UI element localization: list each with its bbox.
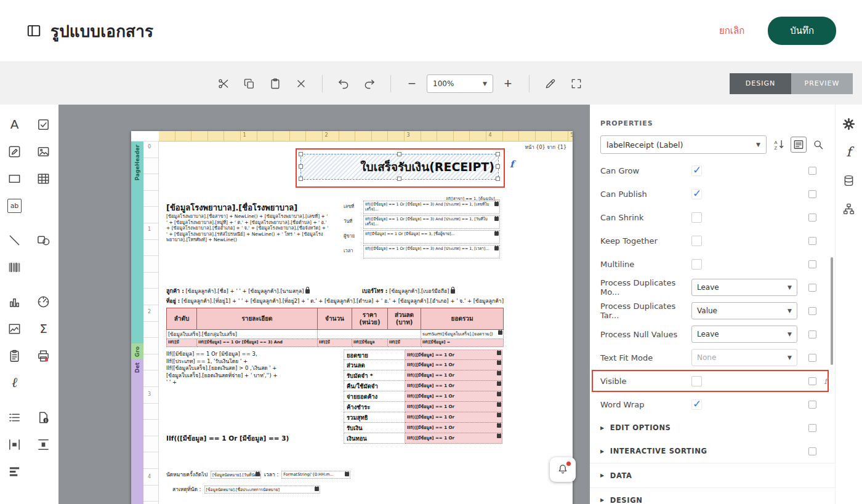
design-canvas[interactable]: 12345 PageHeaderGroDet 01234 หน้า {0} จา… <box>58 105 590 504</box>
notifications-button[interactable] <box>550 457 576 482</box>
annotate-button[interactable] <box>539 73 562 95</box>
undo-button[interactable] <box>332 73 355 95</box>
visible-flag-checkbox[interactable] <box>808 377 816 385</box>
detail-cell-field[interactable]: IIf([มีข้อมูล] == 1 Or [มีข้อมูล] == 3) … <box>197 339 318 347</box>
can-shrink-checkbox[interactable] <box>691 212 702 223</box>
summary-label-cell[interactable]: ส่วนลด <box>344 360 405 370</box>
reason-field[interactable]: [ข้อมูลนัดหมาย].[ชื่อประเภทการนัดหมาย] <box>204 486 320 494</box>
fullscreen-button[interactable] <box>565 73 587 95</box>
summary-value-field[interactable]: IIf(([มีข้อมูล] == 1 Or <box>405 360 502 370</box>
items-table[interactable]: ลำดับรายละเอียดจำนวนราคา (หน่วย)ส่วนลด (… <box>166 308 504 347</box>
group-name-field[interactable]: [ข้อมูลใบเสร็จ].[ชื่อกลุ่มใบเสร็จ] <box>166 330 318 339</box>
cut-button[interactable] <box>212 73 235 95</box>
process-duplicates-mo-select[interactable]: Leave▼ <box>691 279 797 296</box>
redo-button[interactable] <box>358 73 381 95</box>
v-distribute-tool[interactable] <box>29 431 58 458</box>
page-info-tool[interactable] <box>29 404 58 431</box>
table-header-cell[interactable]: ส่วนลด (บาท) <box>388 308 421 330</box>
area-chart-tool[interactable] <box>0 315 29 342</box>
list-tool[interactable] <box>0 404 29 431</box>
report-page[interactable]: 12345 PageHeaderGroDet 01234 หน้า {0} จา… <box>131 131 573 504</box>
barcode-tool[interactable] <box>0 254 29 281</box>
hospital-details-field[interactable]: [ข้อมูลโรงพยาบาล].[ชื่อสาขา] + NewLine()… <box>166 214 330 243</box>
reason-row[interactable]: สาเหตุที่นัด : [ข้อมูลนัดหมาย].[ชื่อประเ… <box>172 485 320 494</box>
interactive-sorting-flag-checkbox[interactable] <box>808 447 816 455</box>
gauge-tool[interactable] <box>29 288 58 315</box>
summary-value-field[interactable]: IIf(([มีข้อมูล] == 1 Or <box>405 381 502 391</box>
summary-label-cell[interactable]: รับเงิน <box>344 423 405 433</box>
summary-value-field[interactable]: IIf(([มีข้อมูล] == 1 Or <box>405 350 502 360</box>
summary-value-field[interactable]: IIf(([มีข้อมูล] == 1 Or <box>405 412 502 423</box>
table-header-cell[interactable]: ลำดับ <box>166 308 197 330</box>
design-tab[interactable]: DESIGN <box>730 73 791 94</box>
visible-checkbox[interactable] <box>691 376 702 386</box>
receipt-title-field[interactable]: ใบเสร็จรับเงิน(RECEIPT) <box>300 154 499 180</box>
meta-value-field[interactable]: IIf(([มีข้อมูล] == 1 Or [มีข้อมูล] == 3)… <box>363 215 500 229</box>
selection-handle[interactable] <box>496 152 500 156</box>
sum-tool[interactable]: Σ <box>29 315 58 342</box>
property-group-design[interactable]: ▶DESIGN <box>590 487 835 504</box>
pdf-print-tool[interactable] <box>29 342 58 369</box>
can-publish-flag-checkbox[interactable] <box>808 190 816 198</box>
label-tool[interactable]: ab <box>0 192 29 219</box>
band-det[interactable]: Det <box>131 359 143 504</box>
detail-cell-field[interactable]: IIf([มี <box>166 339 197 347</box>
grid-align-tool[interactable] <box>0 458 29 485</box>
zoom-select[interactable]: 100%▼ <box>427 74 493 93</box>
can-grow-flag-checkbox[interactable] <box>808 167 816 175</box>
table-header-cell[interactable]: ราคา (หน่วย) <box>352 308 388 330</box>
payment-expression-block[interactable]: IIf([มีข้อมูล] == 1 Or [มีข้อมูล] == 3,I… <box>166 351 345 386</box>
signature-tool[interactable]: ℓ <box>0 369 29 396</box>
property-group-interactive-sorting[interactable]: ▶INTERACTIVE SORTING <box>590 439 835 463</box>
process-duplicates-mo-flag-checkbox[interactable] <box>808 284 816 292</box>
summary-label-cell[interactable]: จ่ายยอดค้าง <box>344 391 405 402</box>
meta-value-field[interactable]: IIf([มีข้อมูล] == 1 Or [มีข้อมูล] == 3, … <box>363 230 500 244</box>
zoom-out-button[interactable]: − <box>401 73 423 95</box>
word-wrap-checkbox[interactable] <box>691 399 702 410</box>
h-distribute-tool[interactable] <box>0 431 29 458</box>
zoom-in-button[interactable]: + <box>497 73 519 95</box>
table-header-cell[interactable]: ยอดรวม <box>421 308 504 330</box>
detail-cell-field[interactable]: IIf([มีข้อมูล] = <box>421 339 504 347</box>
receipt-condition-field[interactable]: IIf(([มีข้อมูล] == 1 Or [มีข้อมูล] == 3) <box>166 433 289 444</box>
summary-label-cell[interactable]: รับมัดจำ * <box>344 370 405 381</box>
table-header-cell[interactable]: จำนวน <box>318 308 352 330</box>
selection-handle[interactable] <box>397 177 401 181</box>
shape-tool[interactable] <box>29 226 58 254</box>
hospital-name-field[interactable]: [ข้อมูลโรงพยาบาล].[ชื่อโรงพยาบาล] <box>166 203 330 212</box>
clipboard-tool[interactable] <box>0 342 29 369</box>
summary-table[interactable]: ยอดขายIIf(([มีข้อมูล] == 1 Orส่วนลดIIf((… <box>344 350 502 444</box>
image-tool[interactable] <box>29 138 58 165</box>
structure-button[interactable] <box>841 201 857 217</box>
hospital-block[interactable]: [ข้อมูลโรงพยาบาล].[ชื่อโรงพยาบาล] [ข้อมู… <box>166 203 330 243</box>
summary-label-cell[interactable]: ยอดขาย <box>344 350 405 360</box>
summary-label-cell[interactable]: คืน/ใช้มัดจำ <box>344 381 405 391</box>
band-gro[interactable]: Gro <box>131 343 143 359</box>
line-tool[interactable] <box>0 226 29 254</box>
text-fit-mode-select[interactable]: None▼ <box>691 349 797 366</box>
field-list-button[interactable] <box>791 137 807 153</box>
selection-handle[interactable] <box>496 177 500 181</box>
copy-button[interactable] <box>238 73 260 95</box>
can-grow-checkbox[interactable] <box>691 166 702 176</box>
appointment-date-field[interactable]: [ข้อมูลนัดหมาย].[วันที่นัดหมาย] <box>211 471 261 479</box>
keep-together-checkbox[interactable] <box>691 236 702 246</box>
checkbox-tool[interactable] <box>29 111 58 138</box>
selection-handle[interactable] <box>299 164 303 169</box>
detail-cell-field[interactable]: IIf([มีข้อมูล <box>352 339 388 347</box>
address-line[interactable]: ที่อยู่ : [ข้อมูลลูกค้า].[ที่อยู่1] + ' … <box>166 297 504 305</box>
summary-label-cell[interactable]: ค้างชำระ <box>344 402 405 412</box>
detail-cell-field[interactable]: IIf([มี <box>318 339 352 347</box>
database-button[interactable] <box>841 172 857 188</box>
cancel-button[interactable]: ยกเลิก <box>719 23 744 38</box>
process-null-values-select[interactable]: Leave▼ <box>691 326 797 343</box>
selection-handle[interactable] <box>496 164 500 169</box>
selection-handle[interactable] <box>299 152 303 156</box>
summary-value-field[interactable]: IIf(([มีข้อมูล] == 1 Or <box>405 402 502 412</box>
sort-az-button[interactable]: AZ <box>771 137 787 153</box>
table-header-cell[interactable]: รายละเอียด <box>197 308 318 330</box>
multiline-checkbox[interactable] <box>691 259 702 270</box>
table-tool[interactable] <box>29 165 58 192</box>
appointment-time-field[interactable]: FormatString('{0:HH:m... <box>281 471 350 479</box>
save-button[interactable]: บันทึก <box>768 17 836 45</box>
